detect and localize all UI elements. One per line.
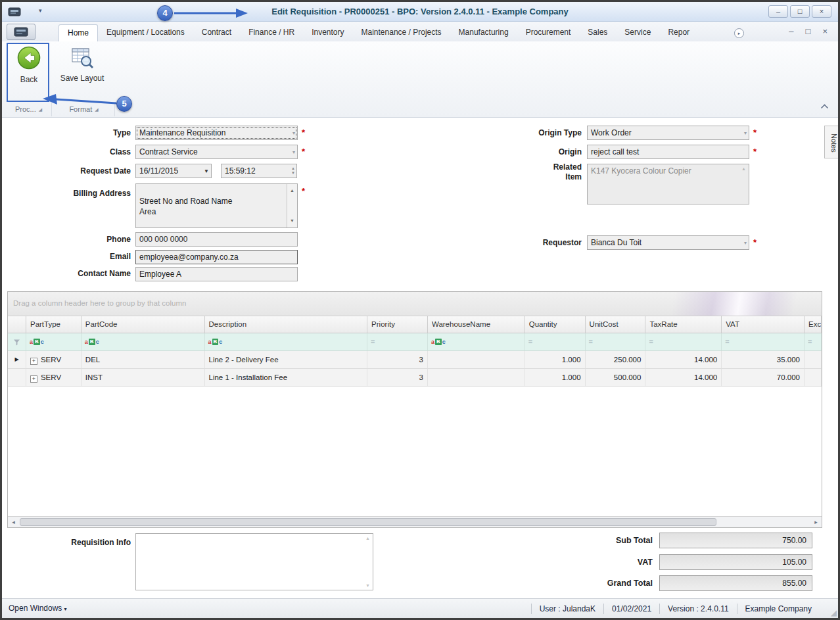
dialog-launcher-icon[interactable]: ◢ — [95, 107, 98, 112]
close-button[interactable]: × — [812, 5, 831, 18]
cell-warehousename[interactable] — [428, 351, 525, 368]
column-header-partcode[interactable]: PartCode — [82, 316, 205, 333]
column-header-vat[interactable]: VAT — [722, 316, 805, 333]
column-header-quantity[interactable]: Quantity — [525, 316, 586, 333]
column-header-warehousename[interactable]: WarehouseName — [428, 316, 525, 333]
filter-cell-unitcost[interactable]: = — [586, 333, 646, 350]
open-windows-button[interactable]: Open Windows▾ — [9, 604, 66, 613]
save-layout-button[interactable]: Save Layout — [58, 45, 106, 83]
column-header-priority[interactable]: Priority — [367, 316, 428, 333]
phone-field[interactable]: 000 000 0000 — [135, 232, 298, 247]
cell-taxrate[interactable]: 14.000 — [645, 369, 722, 386]
horizontal-scrollbar[interactable]: ◂ ▸ — [8, 516, 822, 527]
cell-parttype[interactable]: +SERV — [26, 351, 82, 368]
cell-description[interactable]: Line 2 - Delivery Fee — [205, 351, 368, 368]
column-header-parttype[interactable]: PartType — [26, 316, 82, 333]
scrollbar-thumb[interactable] — [20, 518, 716, 526]
resize-grip-icon[interactable]: ◢ — [831, 608, 837, 617]
cell-quantity[interactable]: 1.000 — [525, 351, 586, 368]
expand-row-icon[interactable]: + — [30, 375, 37, 383]
cell-warehousename[interactable] — [428, 369, 525, 386]
filter-cell-priority[interactable]: = — [367, 333, 428, 350]
email-field[interactable]: employeea@company.co.za — [135, 250, 298, 264]
cell-vat[interactable]: 35.000 — [722, 351, 805, 368]
table-row[interactable]: +SERV INST Line 1 - Installation Fee 3 1… — [8, 369, 822, 387]
chevron-down-icon[interactable]: ▾ — [744, 130, 747, 136]
origin-type-field[interactable]: Work Order ▾ — [587, 126, 749, 140]
tab-service[interactable]: Service — [616, 24, 659, 41]
spin-down-icon[interactable]: ▼ — [291, 171, 295, 176]
billing-address-scrollbar[interactable]: ▲ ▼ — [287, 184, 297, 227]
application-menu-button[interactable] — [7, 24, 35, 40]
column-header-taxrate[interactable]: TaxRate — [645, 316, 722, 333]
tab-manufacturing[interactable]: Manufacturing — [450, 24, 517, 41]
cell-taxrate[interactable]: 14.000 — [645, 351, 722, 368]
cell-excl[interactable] — [805, 351, 822, 368]
doc-restore-button[interactable]: □ — [806, 26, 811, 37]
cell-parttype[interactable]: +SERV — [26, 369, 82, 386]
expand-row-icon[interactable]: + — [30, 358, 37, 365]
chevron-down-icon[interactable]: ▾ — [744, 240, 747, 246]
tab-sales[interactable]: Sales — [579, 24, 616, 41]
collapse-ribbon-icon[interactable] — [820, 100, 829, 112]
ribbon-tab-scroll-icon[interactable]: ▸ — [734, 28, 744, 38]
cell-excl[interactable] — [805, 369, 822, 386]
filter-cell-warehousename[interactable]: aBc — [428, 333, 525, 350]
requisition-info-field[interactable]: ▲ ▼ — [135, 533, 373, 590]
spin-up-icon[interactable]: ▲ — [291, 166, 295, 171]
filter-cell-partcode[interactable]: aBc — [82, 333, 205, 350]
tab-maintenance-projects[interactable]: Maintenance / Projects — [353, 24, 450, 41]
cell-vat[interactable]: 70.000 — [722, 369, 805, 386]
request-time-field[interactable]: 15:59:12 ▲ ▼ — [221, 164, 297, 178]
table-row[interactable]: ▶ +SERV DEL Line 2 - Delivery Fee 3 1.00… — [8, 351, 822, 369]
notes-side-tab[interactable]: Notes — [824, 126, 838, 158]
dialog-launcher-icon[interactable]: ◢ — [39, 107, 42, 112]
cell-description[interactable]: Line 1 - Installation Fee — [205, 369, 368, 386]
time-spinner[interactable]: ▲ ▼ — [291, 166, 295, 176]
column-header-description[interactable]: Description — [205, 316, 368, 333]
scroll-down-icon[interactable]: ▼ — [287, 216, 297, 226]
filter-cell-description[interactable]: aBc — [205, 333, 368, 350]
group-by-bar[interactable]: Drag a column header here to group by th… — [8, 292, 822, 316]
cell-unitcost[interactable]: 500.000 — [586, 369, 646, 386]
tab-equipment-locations[interactable]: Equipment / Locations — [98, 24, 193, 41]
minimize-button[interactable]: – — [768, 5, 788, 18]
doc-minimize-button[interactable]: – — [789, 26, 793, 37]
doc-close-button[interactable]: × — [822, 26, 828, 37]
chevron-down-icon[interactable]: ▼ — [204, 168, 209, 174]
filter-cell-vat[interactable]: = — [722, 333, 805, 350]
filter-cell-parttype[interactable]: aBc — [26, 333, 82, 350]
scroll-right-icon[interactable]: ▸ — [810, 517, 822, 527]
chevron-down-icon[interactable]: ▾ — [292, 130, 295, 136]
filter-cell-quantity[interactable]: = — [525, 333, 586, 350]
cell-unitcost[interactable]: 250.000 — [586, 351, 646, 368]
tab-procurement[interactable]: Procurement — [517, 24, 580, 41]
related-item-field[interactable]: K147 Kyocera Colour Copier ▲ — [587, 164, 749, 204]
cell-priority[interactable]: 3 — [367, 369, 428, 386]
filter-cell-excl[interactable]: = — [805, 333, 822, 350]
filter-cell-taxrate[interactable]: = — [645, 333, 722, 350]
billing-address-field[interactable]: Street No and Road Name Area City ▲ ▼ — [135, 183, 298, 228]
column-header-excl[interactable]: Exc — [805, 316, 822, 333]
column-header-unitcost[interactable]: UnitCost — [586, 316, 646, 333]
tab-home[interactable]: Home — [58, 24, 98, 41]
type-field[interactable]: Maintenance Requisition ▾ — [135, 126, 298, 140]
scroll-up-icon[interactable]: ▲ — [287, 185, 297, 196]
scroll-left-icon[interactable]: ◂ — [8, 517, 19, 527]
restore-button[interactable]: □ — [790, 5, 810, 18]
contact-name-field[interactable]: Employee A — [135, 267, 298, 281]
class-field[interactable]: Contract Service ▾ — [135, 145, 298, 159]
requestor-field[interactable]: Bianca Du Toit ▾ — [587, 235, 749, 250]
origin-field[interactable]: reject call test — [587, 145, 749, 159]
status-info: User : JulandaK 01/02/2021 Version : 2.4… — [531, 599, 820, 618]
tab-finance-hr[interactable]: Finance / HR — [240, 24, 303, 41]
request-date-field[interactable]: 16/11/2015 ▼ — [135, 164, 212, 178]
tab-contract[interactable]: Contract — [193, 24, 240, 41]
tab-reporting[interactable]: Repor — [659, 24, 698, 41]
tab-inventory[interactable]: Inventory — [303, 24, 352, 41]
cell-partcode[interactable]: DEL — [82, 351, 205, 368]
cell-quantity[interactable]: 1.000 — [525, 369, 586, 386]
cell-partcode[interactable]: INST — [82, 369, 205, 386]
chevron-down-icon[interactable]: ▾ — [292, 149, 295, 155]
cell-priority[interactable]: 3 — [367, 351, 428, 368]
